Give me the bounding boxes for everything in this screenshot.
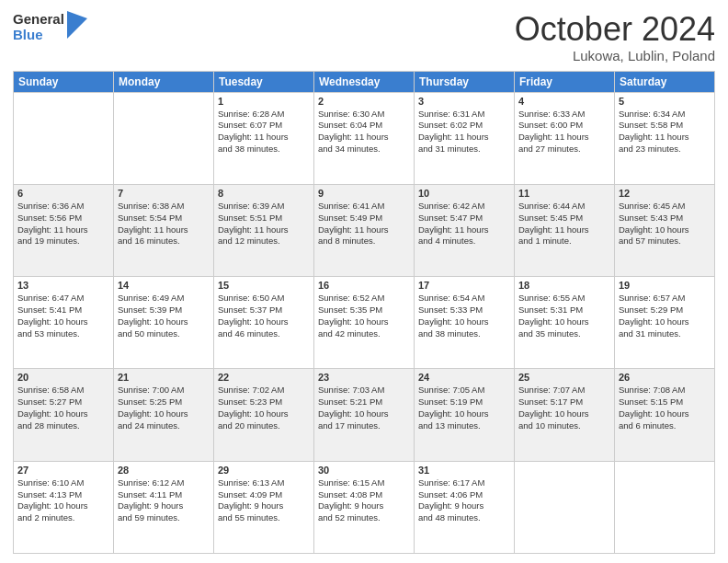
day-number: 27 xyxy=(17,465,109,476)
logo-icon xyxy=(67,11,87,39)
cell-text: and 48 minutes. xyxy=(418,512,510,524)
calendar-cell: 28Sunrise: 6:12 AMSunset: 4:11 PMDayligh… xyxy=(114,461,214,553)
calendar-cell: 12Sunrise: 6:45 AMSunset: 5:43 PMDayligh… xyxy=(615,184,715,276)
cell-text: Sunset: 6:00 PM xyxy=(518,120,610,132)
cell-text: Sunrise: 7:07 AM xyxy=(518,385,610,396)
calendar-cell: 4Sunrise: 6:33 AMSunset: 6:00 PMDaylight… xyxy=(515,92,615,184)
cell-text: Daylight: 10 hours xyxy=(619,224,711,236)
calendar-cell xyxy=(515,461,615,553)
cell-text: and 35 minutes. xyxy=(518,328,610,340)
cell-text: Daylight: 10 hours xyxy=(17,500,109,512)
cell-text: Sunset: 5:17 PM xyxy=(518,396,610,408)
cell-text: Daylight: 10 hours xyxy=(518,316,610,328)
cell-text: and 53 minutes. xyxy=(17,328,109,340)
cell-text: Sunrise: 6:10 AM xyxy=(17,477,109,489)
calendar-cell: 6Sunrise: 6:36 AMSunset: 5:56 PMDaylight… xyxy=(14,184,114,276)
cell-text: and 16 minutes. xyxy=(118,236,210,247)
header: General Blue October 2024 Lukowa, Lublin… xyxy=(13,11,715,63)
cell-text: and 2 minutes. xyxy=(17,512,109,524)
cell-text: Sunset: 4:11 PM xyxy=(118,489,210,501)
day-number: 26 xyxy=(619,372,711,383)
calendar-cell: 15Sunrise: 6:50 AMSunset: 5:37 PMDayligh… xyxy=(214,277,314,369)
cell-text: Sunrise: 6:36 AM xyxy=(17,201,109,213)
day-number: 21 xyxy=(118,372,210,383)
cell-text: and 24 minutes. xyxy=(118,420,210,432)
cell-text: Sunset: 5:33 PM xyxy=(418,304,510,316)
calendar-cell: 3Sunrise: 6:31 AMSunset: 6:02 PMDaylight… xyxy=(415,92,515,184)
cell-text: Sunrise: 6:41 AM xyxy=(318,201,410,213)
cell-text: Sunset: 5:45 PM xyxy=(518,213,610,224)
day-number: 8 xyxy=(218,188,310,199)
cell-text: Sunset: 5:15 PM xyxy=(619,396,711,408)
cell-text: Sunrise: 6:13 AM xyxy=(218,477,310,489)
cell-text: Daylight: 10 hours xyxy=(118,408,210,420)
svg-marker-0 xyxy=(67,11,87,39)
cell-text: Daylight: 11 hours xyxy=(619,132,711,144)
cell-text: Sunrise: 6:28 AM xyxy=(218,109,310,121)
day-number: 19 xyxy=(619,280,711,291)
day-number: 15 xyxy=(218,280,310,291)
cell-text: Sunset: 5:31 PM xyxy=(518,304,610,316)
cell-text: Daylight: 11 hours xyxy=(418,132,510,144)
cell-text: Sunrise: 7:02 AM xyxy=(218,385,310,396)
cell-text: Sunset: 4:06 PM xyxy=(418,489,510,501)
cell-text: Daylight: 11 hours xyxy=(218,132,310,144)
day-number: 12 xyxy=(619,188,711,199)
cell-text: Sunrise: 6:55 AM xyxy=(518,293,610,304)
cell-text: Sunset: 5:25 PM xyxy=(118,396,210,408)
calendar-cell: 8Sunrise: 6:39 AMSunset: 5:51 PMDaylight… xyxy=(214,184,314,276)
cell-text: and 23 minutes. xyxy=(619,144,711,155)
cell-text: and 38 minutes. xyxy=(218,144,310,155)
calendar-cell: 22Sunrise: 7:02 AMSunset: 5:23 PMDayligh… xyxy=(214,369,314,461)
cell-text: Sunset: 5:41 PM xyxy=(17,304,109,316)
cell-text: Sunset: 5:54 PM xyxy=(118,213,210,224)
calendar-cell: 7Sunrise: 6:38 AMSunset: 5:54 PMDaylight… xyxy=(114,184,214,276)
calendar-cell: 5Sunrise: 6:34 AMSunset: 5:58 PMDaylight… xyxy=(615,92,715,184)
cell-text: Daylight: 10 hours xyxy=(318,408,410,420)
cell-text: Daylight: 11 hours xyxy=(218,224,310,236)
cell-text: and 57 minutes. xyxy=(619,236,711,247)
day-header-sunday: Sunday xyxy=(14,71,114,92)
day-header-saturday: Saturday xyxy=(615,71,715,92)
cell-text: and 28 minutes. xyxy=(17,420,109,432)
day-number: 4 xyxy=(518,96,610,107)
day-number: 25 xyxy=(518,372,610,383)
day-number: 22 xyxy=(218,372,310,383)
day-header-tuesday: Tuesday xyxy=(214,71,314,92)
logo-blue: Blue xyxy=(13,27,64,42)
calendar-table: SundayMondayTuesdayWednesdayThursdayFrid… xyxy=(13,71,715,554)
day-number: 17 xyxy=(418,280,510,291)
day-header-thursday: Thursday xyxy=(415,71,515,92)
cell-text: Daylight: 9 hours xyxy=(218,500,310,512)
calendar-cell: 31Sunrise: 6:17 AMSunset: 4:06 PMDayligh… xyxy=(415,461,515,553)
cell-text: Sunset: 5:23 PM xyxy=(218,396,310,408)
day-number: 5 xyxy=(619,96,711,107)
month-title: October 2024 xyxy=(515,11,715,48)
day-number: 2 xyxy=(318,96,410,107)
cell-text: and 19 minutes. xyxy=(17,236,109,247)
calendar-cell xyxy=(14,92,114,184)
week-row-1: 1Sunrise: 6:28 AMSunset: 6:07 PMDaylight… xyxy=(14,92,715,184)
cell-text: Daylight: 10 hours xyxy=(418,316,510,328)
cell-text: Sunset: 6:04 PM xyxy=(318,120,410,132)
cell-text: and 31 minutes. xyxy=(619,328,711,340)
cell-text: Sunrise: 6:12 AM xyxy=(118,477,210,489)
cell-text: Daylight: 10 hours xyxy=(318,316,410,328)
cell-text: Daylight: 10 hours xyxy=(619,408,711,420)
calendar-cell: 30Sunrise: 6:15 AMSunset: 4:08 PMDayligh… xyxy=(314,461,415,553)
cell-text: Daylight: 10 hours xyxy=(218,316,310,328)
calendar-cell: 9Sunrise: 6:41 AMSunset: 5:49 PMDaylight… xyxy=(314,184,415,276)
cell-text: Sunset: 5:27 PM xyxy=(17,396,109,408)
calendar-cell: 11Sunrise: 6:44 AMSunset: 5:45 PMDayligh… xyxy=(515,184,615,276)
cell-text: Daylight: 10 hours xyxy=(17,408,109,420)
day-number: 28 xyxy=(118,465,210,476)
cell-text: Sunset: 5:51 PM xyxy=(218,213,310,224)
cell-text: Sunrise: 6:38 AM xyxy=(118,201,210,213)
calendar-cell: 16Sunrise: 6:52 AMSunset: 5:35 PMDayligh… xyxy=(314,277,415,369)
cell-text: and 12 minutes. xyxy=(218,236,310,247)
cell-text: Sunrise: 6:47 AM xyxy=(17,293,109,304)
cell-text: and 27 minutes. xyxy=(518,144,610,155)
cell-text: Sunrise: 6:39 AM xyxy=(218,201,310,213)
calendar-cell: 13Sunrise: 6:47 AMSunset: 5:41 PMDayligh… xyxy=(14,277,114,369)
cell-text: and 31 minutes. xyxy=(418,144,510,155)
